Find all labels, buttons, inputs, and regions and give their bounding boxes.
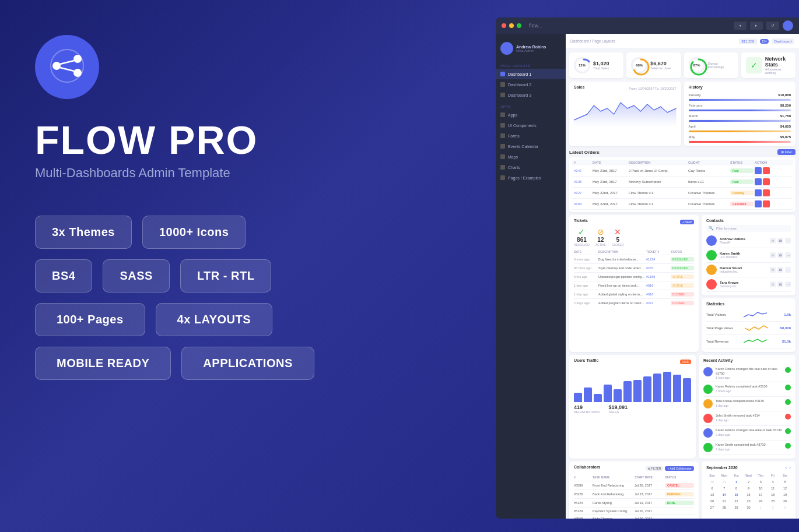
cal-day-13[interactable]: 13	[706, 492, 718, 498]
edit-btn-1[interactable]	[755, 167, 762, 174]
new-ticket-btn[interactable]: + NEW	[680, 220, 694, 224]
cal-day-19[interactable]: 19	[779, 492, 791, 498]
stat-circle-2: 68%	[631, 57, 647, 73]
col-client: CLIENT	[688, 161, 729, 164]
order-desc-1: 2 Pack of Jumo UI Comp.	[629, 169, 687, 172]
sidebar-item-dashboard1[interactable]: Dashboard 1	[496, 69, 566, 79]
badge-row-1: 3x Themes 1000+ Icons	[35, 216, 432, 249]
cal-day-25[interactable]: 25	[767, 498, 779, 504]
contact-msg-3[interactable]: ✉	[770, 267, 776, 273]
cal-day-9[interactable]: 9	[743, 485, 755, 491]
logo-circle	[35, 35, 99, 99]
cal-day-28[interactable]: 28	[719, 505, 730, 510]
cal-day-11[interactable]: 11	[767, 485, 779, 491]
cal-day-18[interactable]: 18	[767, 492, 779, 498]
delete-btn-3[interactable]	[763, 189, 770, 196]
contact-more-3[interactable]: ⋯	[785, 267, 791, 273]
cal-day-26[interactable]: 26	[779, 498, 791, 504]
contact-call-1[interactable]: ☎	[777, 238, 783, 244]
cal-day-10[interactable]: 10	[755, 485, 766, 491]
badge-sass[interactable]: SASS	[103, 259, 169, 293]
badge-ltr[interactable]: LTR - RTL	[180, 259, 272, 293]
badge-pages[interactable]: 100+ Pages	[35, 303, 145, 336]
sidebar-item-dashboard3[interactable]: Dashboard 3	[496, 90, 566, 100]
edit-btn-4[interactable]	[755, 200, 762, 207]
cal-day-27[interactable]: 27	[706, 505, 718, 510]
badge-icons[interactable]: 1000+ Icons	[142, 216, 246, 249]
contact-call-2[interactable]: ☎	[777, 252, 783, 258]
cal-day-1[interactable]: 1	[731, 479, 742, 485]
close-dot	[502, 23, 506, 28]
contact-call-3[interactable]: ☎	[777, 267, 783, 273]
may-bar	[689, 141, 791, 143]
traffic-stats: 419 REGISTRATIONS $19,091 SALES	[574, 402, 691, 414]
col-action: ACTION	[755, 161, 778, 164]
sidebar-item-apps[interactable]: Apps	[496, 110, 566, 120]
value-may: $5,875	[780, 135, 791, 139]
badge-layouts[interactable]: 4x LAYOUTS	[156, 303, 273, 336]
add-collab-btn[interactable]: + Add Collaborator	[665, 466, 694, 471]
contact-msg-4[interactable]: ✉	[770, 281, 776, 287]
cal-day-23[interactable]: 23	[743, 498, 755, 504]
collab-start-1: Jul 26, 2017	[635, 484, 664, 487]
delete-btn-2[interactable]	[763, 178, 770, 185]
calendar-header: September 2020 ‹ ›	[706, 465, 791, 470]
badge-themes[interactable]: 3x Themes	[35, 216, 132, 249]
sidebar-item-dashboard2[interactable]: Dashboard 2	[496, 79, 566, 90]
cal-day-29[interactable]: 29	[731, 505, 742, 510]
cal-day-24[interactable]: 24	[755, 498, 766, 504]
cal-day-2[interactable]: 2	[743, 479, 755, 485]
sidebar-item-ui[interactable]: UI Components	[496, 120, 566, 131]
contact-company-4: Germany Inc.	[720, 284, 738, 288]
badge-applications[interactable]: APPLICATIONS	[181, 347, 314, 380]
cal-day-8[interactable]: 8	[731, 485, 742, 491]
cal-day-22[interactable]: 22	[731, 498, 742, 504]
month-apr: April	[689, 125, 696, 128]
cal-day-12[interactable]: 12	[779, 485, 791, 491]
contact-more-2[interactable]: ⋯	[785, 252, 791, 258]
cal-day-30[interactable]: 30	[743, 505, 755, 510]
edit-btn-2[interactable]	[755, 178, 762, 185]
cal-day-21[interactable]: 21	[719, 498, 730, 504]
edit-btn-3[interactable]	[755, 189, 762, 196]
contact-msg-1[interactable]: ✉	[770, 238, 776, 244]
delete-btn-1[interactable]	[763, 167, 770, 174]
cal-hdr-wed: Wed	[743, 473, 755, 478]
cal-day-20[interactable]: 20	[706, 498, 718, 504]
cal-day-14[interactable]: 14	[719, 492, 730, 498]
badge-bs4[interactable]: BS4	[35, 259, 92, 293]
activity-5: Karen Robins changed due date of task #3…	[703, 426, 791, 441]
cal-day-16[interactable]: 16	[743, 492, 755, 498]
cal-day-7[interactable]: 7	[719, 485, 730, 491]
contact-search[interactable]: 🔍 Filter by name	[706, 225, 791, 232]
cal-day-6[interactable]: 6	[706, 485, 718, 491]
cal-prev[interactable]: ‹	[786, 465, 787, 470]
badge-mobile[interactable]: MOBILE READY	[35, 347, 171, 380]
topbar-notifications: $11,200 124 Dashboard	[739, 38, 794, 44]
cal-day-17[interactable]: 17	[755, 492, 766, 498]
contact-info-3: Darren Stuart Industries Inc.	[720, 266, 742, 273]
contact-more-1[interactable]: ⋯	[785, 238, 791, 244]
filter-button[interactable]: ⊞ Filter	[777, 149, 796, 155]
sidebar-item-forms[interactable]: Forms	[496, 131, 566, 141]
cal-hdr-tue: Tue	[731, 473, 742, 478]
sidebar-item-charts[interactable]: Charts	[496, 162, 566, 172]
cal-day-4[interactable]: 4	[767, 479, 779, 485]
contact-msg-2[interactable]: ✉	[770, 252, 776, 258]
collab-status-3: DONE	[665, 501, 694, 505]
sidebar-item-pages[interactable]: Pages / Examples	[496, 172, 566, 183]
ui-label: UI Components	[508, 124, 537, 128]
contact-more-4[interactable]: ⋯	[785, 281, 791, 287]
cal-next[interactable]: ›	[789, 465, 791, 470]
cal-day-3[interactable]: 3	[755, 479, 766, 485]
main-scroll[interactable]: Dashboard / Page Layouts $11,200 124 Das…	[566, 34, 799, 519]
sidebar-item-maps[interactable]: Maps	[496, 152, 566, 162]
contacts-stats-col: Contacts 🔍 Filter by name Andrew Robins	[702, 215, 796, 352]
contact-call-4[interactable]: ☎	[777, 281, 783, 287]
maximize-dot	[517, 23, 521, 28]
sidebar-item-calendar[interactable]: Events Calendar	[496, 141, 566, 152]
cal-day-5[interactable]: 5	[779, 479, 791, 485]
delete-btn-4[interactable]	[763, 200, 770, 207]
cal-day-15[interactable]: 15	[731, 492, 742, 498]
filter-collab-btn[interactable]: ⊞ FILTER	[646, 466, 663, 471]
